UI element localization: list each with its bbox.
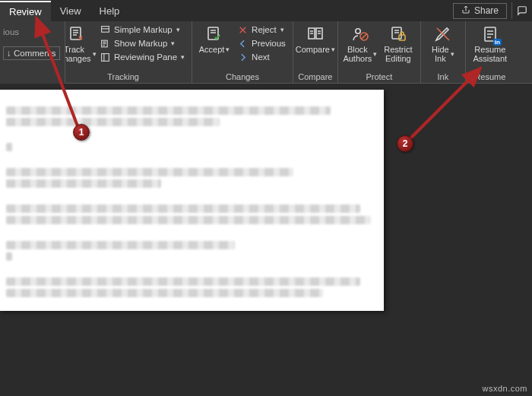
reject-icon (237, 24, 248, 35)
group-protect: Block Authors▾ Restrict Editing Protect (338, 21, 421, 83)
compare-icon (306, 24, 325, 44)
block-authors-button[interactable]: Block Authors▾ (343, 23, 378, 63)
markup-view-icon (100, 24, 110, 35)
comments-pane-toggle[interactable] (511, 2, 532, 19)
group-compare: Compare▾ Compare (293, 21, 338, 83)
restrict-editing-icon (388, 24, 408, 44)
show-markup-icon (100, 38, 110, 49)
hide-ink-button[interactable]: Hide Ink▾ (426, 23, 461, 63)
group-compare-label: Compare (298, 71, 333, 83)
share-label: Share (474, 5, 499, 16)
show-markup-dropdown[interactable]: Show Markup ▾ (97, 37, 187, 49)
show-comments-button[interactable]: ↓ Comments (3, 46, 60, 60)
comment-icon (517, 5, 527, 16)
group-resume-label: Resume (470, 71, 510, 83)
reject-button[interactable]: Reject ▾ (235, 24, 288, 36)
group-protect-label: Protect (343, 71, 416, 83)
block-authors-label: Block Authors▾ (343, 45, 377, 63)
callout-1: 1 (73, 124, 90, 141)
accept-label: Accept▾ (199, 45, 230, 54)
share-button[interactable]: Share (453, 3, 507, 19)
group-changes-label: Changes (197, 71, 288, 83)
svg-point-7 (356, 29, 360, 33)
tab-view[interactable]: View (51, 2, 90, 21)
resume-assistant-button[interactable]: in Resume Assistant (470, 23, 510, 63)
share-icon (461, 5, 470, 17)
accept-button[interactable]: Accept▾ (197, 23, 232, 54)
resume-assistant-icon: in (480, 24, 500, 44)
compare-label: Compare▾ (296, 45, 335, 54)
restrict-editing-button[interactable]: Restrict Editing (381, 23, 416, 63)
tab-review[interactable]: Review (0, 1, 51, 21)
restrict-editing-label: Restrict Editing (384, 45, 412, 63)
next-icon (237, 52, 248, 62)
ribbon: Track Changes▾ Simple Markup ▾ Show Mark… (0, 21, 532, 84)
previous-icon (237, 38, 248, 49)
group-changes: Accept▾ Reject ▾ Previous Next Changes (192, 21, 293, 83)
watermark: wsxdn.com (482, 384, 527, 393)
display-for-review-dropdown[interactable]: Simple Markup ▾ (97, 24, 187, 36)
hide-ink-label: Hide Ink▾ (432, 45, 454, 63)
next-change-button[interactable]: Next (235, 51, 288, 63)
previous-comment-fragment[interactable]: ious (3, 27, 60, 36)
group-ink-label: Ink (426, 71, 461, 83)
svg-rect-3 (101, 53, 109, 61)
previous-change-button[interactable]: Previous (235, 37, 288, 49)
linkedin-badge-icon: in (493, 39, 502, 46)
chevron-down-icon: ▾ (176, 26, 180, 33)
svg-rect-0 (71, 27, 81, 40)
tab-help[interactable]: Help (90, 2, 129, 21)
svg-rect-10 (399, 35, 405, 40)
document-page (0, 90, 384, 311)
chevron-down-icon: ▾ (181, 53, 185, 61)
reviewing-pane-dropdown[interactable]: Reviewing Pane ▾ (97, 51, 187, 63)
group-resume: in Resume Assistant Resume (466, 21, 515, 83)
accept-icon (204, 24, 224, 44)
reviewing-pane-icon (100, 52, 110, 62)
group-tracking-label: Tracking (59, 71, 187, 83)
block-authors-icon (350, 24, 370, 44)
callout-2: 2 (397, 135, 413, 152)
title-tab-bar: Review View Help Share (0, 0, 532, 21)
comments-group-fragment: ious ↓ Comments (0, 21, 65, 84)
chevron-down-icon: ▾ (171, 40, 175, 47)
resume-assistant-label: Resume Assistant (473, 45, 508, 63)
hide-ink-icon (433, 24, 453, 44)
group-ink: Hide Ink▾ Ink (421, 21, 466, 83)
group-tracking: Track Changes▾ Simple Markup ▾ Show Mark… (55, 21, 192, 83)
chevron-down-icon: ▾ (280, 26, 284, 33)
compare-button[interactable]: Compare▾ (298, 23, 333, 54)
track-changes-icon (67, 24, 87, 44)
